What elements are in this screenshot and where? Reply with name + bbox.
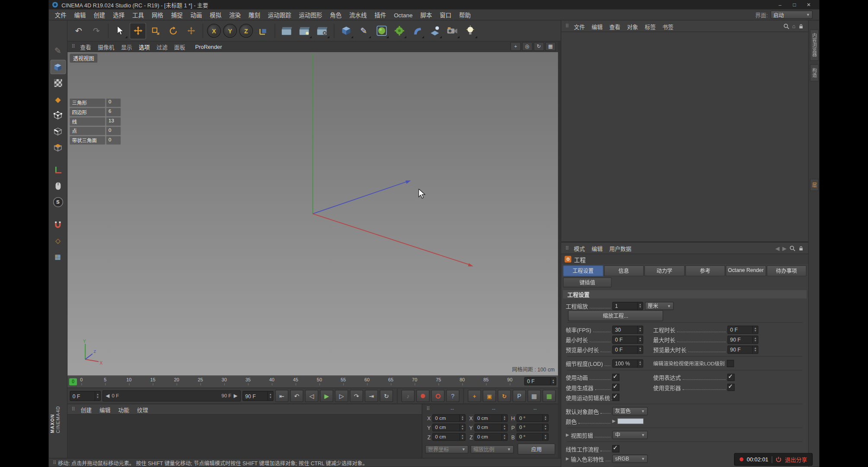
timeline-ruler[interactable]: 0 0 5 10 15 20 25 30 35 40 45 50 55 60 6… — [67, 375, 558, 387]
playback-range-slider[interactable]: ◀ 0 F 90 F ▶ — [102, 390, 241, 402]
lock-icon[interactable] — [798, 23, 804, 29]
panel-handle-icon[interactable]: ⠿ — [71, 44, 75, 49]
om-menu-objects[interactable]: 对象 — [624, 22, 641, 30]
material-list-area[interactable] — [67, 415, 422, 458]
next-key-button[interactable]: ↷ — [350, 390, 363, 402]
spinner-arrows-icon[interactable]: ▲▼ — [95, 391, 100, 400]
material-menu-edit[interactable]: 编辑 — [96, 405, 115, 413]
ruler-ticks[interactable]: 0 0 5 10 15 20 25 30 35 40 45 50 55 60 6… — [67, 376, 523, 388]
play-sound-button[interactable]: ♪ — [401, 390, 415, 402]
lock-icon[interactable] — [798, 245, 804, 251]
preview-max-field[interactable]: 90 F▲▼ — [728, 345, 759, 353]
goto-start-button[interactable]: ⇤ — [275, 390, 288, 402]
linear-workflow-checkbox[interactable] — [612, 445, 619, 452]
size-x-field[interactable]: 0 cm▲▼ — [474, 414, 507, 422]
position-x-field[interactable]: 0 cm▲▼ — [432, 414, 466, 422]
position-y-field[interactable]: 0 cm▲▼ — [432, 424, 466, 432]
close-button[interactable]: ✕ — [801, 0, 816, 9]
min-time-field[interactable]: 0 F▲▼ — [612, 335, 643, 343]
menu-simulate[interactable]: 模拟 — [206, 10, 225, 19]
exit-share-button[interactable]: 退出分享 — [785, 455, 807, 464]
z-lock-button[interactable]: Z — [239, 24, 253, 38]
rotation-header-dropdown[interactable]: -- — [514, 406, 556, 412]
next-frame-button[interactable]: ▷ — [335, 390, 348, 402]
home-icon[interactable]: ⌂ — [792, 23, 795, 29]
viewport-menu-view[interactable]: 查看 — [77, 42, 94, 51]
scale-project-button[interactable]: 缩放工程... — [568, 310, 663, 321]
spinner-arrows-icon[interactable]: ▲▼ — [550, 377, 556, 385]
toggle-views-icon[interactable]: ▦ — [545, 42, 555, 51]
duration-field[interactable]: 0 F▲▼ — [728, 325, 759, 333]
render-picture-viewer-button[interactable] — [296, 22, 313, 39]
interface-dropdown[interactable]: 启动 ▼ — [771, 10, 813, 19]
panel-handle-icon[interactable]: ⠿ — [426, 406, 430, 412]
pan-view-icon[interactable]: + — [511, 42, 521, 51]
menu-file[interactable]: 文件 — [51, 10, 70, 19]
playhead-marker[interactable]: 0 — [69, 378, 77, 386]
workplane-snap-button[interactable]: ◇ — [50, 234, 66, 248]
om-menu-file[interactable]: 文件 — [571, 22, 588, 30]
section-project-settings[interactable]: 工程设置 — [563, 290, 806, 298]
am-menu-userdata[interactable]: 用户数据 — [606, 244, 635, 252]
tab-referencing[interactable]: 参考 — [685, 265, 725, 276]
prev-key-button[interactable]: ↶ — [290, 390, 303, 402]
undo-button[interactable]: ↶ — [70, 22, 87, 39]
points-mode-button[interactable] — [50, 108, 66, 122]
forward-icon[interactable]: ▶ — [782, 245, 787, 251]
search-icon[interactable] — [783, 23, 789, 29]
range-left-arrow-icon[interactable]: ◀ — [106, 393, 110, 399]
menu-character[interactable]: 角色 — [326, 10, 345, 19]
viewport-menu-options[interactable]: 选项 — [135, 42, 153, 51]
apply-button[interactable]: 应用 — [517, 444, 555, 455]
menu-render[interactable]: 渲染 — [225, 10, 245, 19]
menu-help[interactable]: 帮助 — [455, 10, 475, 19]
viewport-solo-button[interactable] — [50, 179, 66, 193]
lod-field[interactable]: 100 %▲▼ — [612, 359, 643, 367]
input-profile-dropdown[interactable]: sRGB▼ — [613, 454, 648, 463]
minimize-button[interactable]: – — [773, 0, 787, 9]
viewport-menu-filter[interactable]: 过滤 — [153, 42, 171, 51]
menu-octane[interactable]: Octane — [390, 11, 416, 18]
edges-mode-button[interactable] — [50, 124, 66, 138]
preview-min-field[interactable]: 0 F▲▼ — [612, 345, 643, 353]
size-header-dropdown[interactable]: -- — [473, 406, 514, 412]
record-rotation-toggle[interactable]: ↻ — [498, 390, 511, 402]
maximize-button[interactable]: □ — [787, 0, 801, 9]
viewport-canvas[interactable]: 透视视图 三角形0 四边形6 线13 点0 带状三角面0 Y X — [67, 52, 558, 376]
use-expressions-checkbox[interactable] — [728, 374, 735, 381]
make-editable-button[interactable]: ✎ — [50, 44, 66, 58]
use-generators-checkbox[interactable] — [612, 384, 619, 391]
scale-tool-button[interactable] — [147, 22, 164, 39]
tab-project-settings[interactable]: 工程设置 — [563, 265, 603, 276]
tab-key-interpolation[interactable]: 键插值 — [563, 278, 612, 288]
rotation-p-field[interactable]: 0 °▲▼ — [517, 424, 549, 432]
position-z-field[interactable]: 0 cm▲▼ — [432, 433, 466, 441]
tab-layers[interactable]: 层 — [810, 179, 818, 191]
object-manager-list[interactable] — [562, 32, 808, 243]
expand-arrow-icon[interactable]: ▶ — [566, 456, 569, 461]
viewport-menu-display[interactable]: 显示 — [118, 42, 135, 51]
add-generator-button[interactable] — [391, 22, 407, 39]
menu-pipeline[interactable]: 流水线 — [345, 10, 370, 19]
workplane-mode-button[interactable]: ◆ — [50, 92, 66, 106]
back-icon[interactable]: ◀ — [775, 245, 780, 251]
menu-mesh[interactable]: 网格 — [148, 10, 167, 19]
am-menu-mode[interactable]: 模式 — [571, 244, 588, 252]
menu-script[interactable]: 脚本 — [416, 10, 436, 19]
tab-structure[interactable]: 构造 — [810, 64, 818, 81]
add-deformer-button[interactable] — [408, 22, 425, 39]
viewport-menu-prorender[interactable]: ProRender — [195, 44, 222, 50]
prev-frame-button[interactable]: ◁ — [305, 390, 319, 402]
om-menu-view[interactable]: 查看 — [606, 22, 624, 30]
record-parameter-toggle[interactable]: P — [513, 390, 526, 402]
menu-motion-tracker[interactable]: 运动跟踪 — [264, 10, 295, 19]
material-menu-texture[interactable]: 纹理 — [133, 405, 152, 413]
position-header-dropdown[interactable]: -- — [431, 406, 473, 412]
use-animation-checkbox[interactable] — [612, 374, 619, 381]
project-scale-field[interactable]: 1▲▼ — [612, 301, 643, 310]
autokey-button[interactable] — [431, 390, 445, 402]
last-tool-button[interactable] — [183, 22, 199, 39]
rotation-b-field[interactable]: 0 °▲▼ — [517, 433, 549, 441]
move-tool-button[interactable] — [130, 22, 146, 39]
coordinate-system-button[interactable] — [255, 22, 271, 39]
